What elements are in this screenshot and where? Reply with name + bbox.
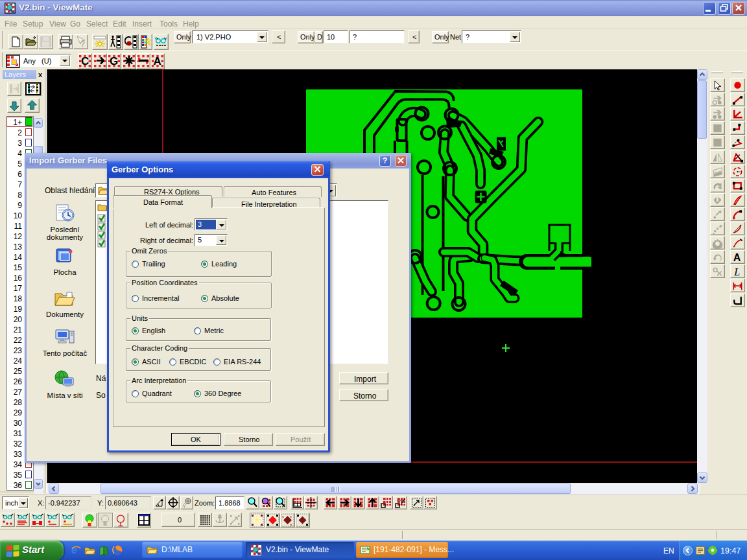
- svg-text:A: A: [154, 55, 161, 67]
- svg-text:s: s: [282, 515, 284, 519]
- svg-text:s: s: [290, 515, 292, 519]
- svg-text:A: A: [733, 251, 741, 263]
- svg-text:L: L: [733, 266, 740, 277]
- svg-text:G: G: [110, 55, 118, 67]
- svg-text:a: a: [290, 522, 292, 526]
- svg-text:?: ?: [383, 156, 387, 165]
- svg-text:?: ?: [80, 40, 85, 49]
- svg-text:C: C: [81, 55, 89, 67]
- svg-text:e: e: [71, 544, 77, 555]
